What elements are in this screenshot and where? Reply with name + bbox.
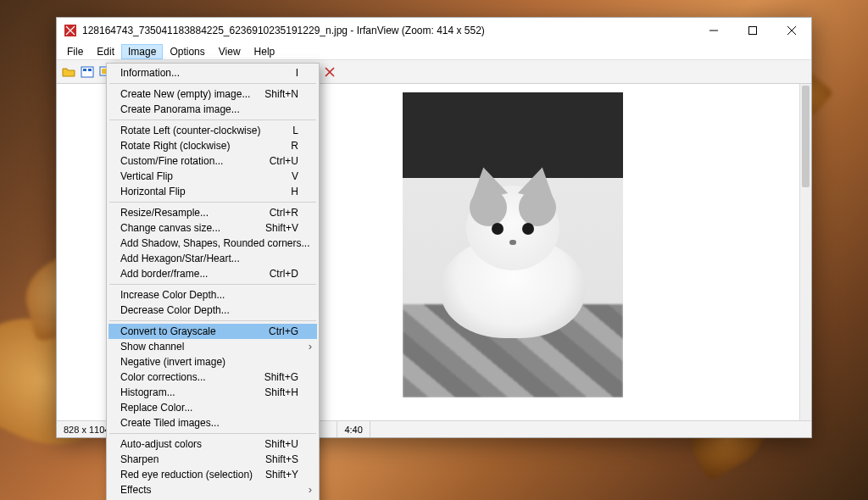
scrollbar-thumb[interactable] [802, 86, 810, 187]
status-time: 4:40 [337, 421, 370, 437]
menu-item-decrease-color-depth[interactable]: Decrease Color Depth... [108, 303, 317, 318]
menubar: FileEditImageOptionsViewHelp [57, 43, 811, 60]
menu-item-label: Resize/Resample... [120, 207, 270, 219]
menu-item-shortcut: Ctrl+R [270, 207, 298, 219]
menu-item-histogram[interactable]: Histogram...Shift+H [108, 385, 317, 400]
menu-item-shortcut: R [291, 140, 298, 152]
menu-item-shortcut: Shift+V [265, 222, 298, 234]
menu-item-replace-color[interactable]: Replace Color... [108, 400, 317, 415]
menu-item-rotate-right-clockwise[interactable]: Rotate Right (clockwise)R [108, 138, 317, 153]
irfanview-icon[interactable] [321, 64, 338, 81]
menu-item-options[interactable]: Options [163, 44, 211, 59]
menu-item-label: Decrease Color Depth... [120, 304, 298, 316]
menu-separator [109, 202, 316, 203]
status-spacer [370, 421, 811, 437]
menu-item-effects[interactable]: Effects [108, 482, 317, 497]
menu-item-shortcut: I [296, 67, 298, 79]
menu-item-view[interactable]: View [212, 44, 248, 59]
displayed-image [403, 92, 623, 397]
menu-item-color-corrections[interactable]: Color corrections...Shift+G [108, 369, 317, 385]
menu-separator [109, 119, 316, 120]
menu-item-label: Color corrections... [120, 371, 264, 383]
menu-item-label: Add border/frame... [120, 268, 270, 280]
menu-item-label: Convert to Grayscale [120, 325, 269, 337]
menu-separator [109, 433, 316, 434]
menu-item-vertical-flip[interactable]: Vertical FlipV [108, 169, 317, 184]
menu-item-label: Create Panorama image... [120, 103, 298, 115]
svg-rect-7 [88, 69, 92, 71]
menu-item-file[interactable]: File [60, 44, 90, 59]
svg-rect-6 [83, 69, 86, 71]
menu-item-label: Sharpen [120, 453, 265, 465]
menu-item-rotate-left-counter-clockwise[interactable]: Rotate Left (counter-clockwise)L [108, 123, 317, 138]
menu-item-create-panorama-image[interactable]: Create Panorama image... [108, 102, 317, 117]
menu-item-label: Vertical Flip [120, 170, 292, 182]
menu-item-sharpen[interactable]: SharpenShift+S [108, 452, 317, 467]
menu-item-label: Histogram... [120, 386, 264, 398]
menu-item-label: Rotate Right (clockwise) [120, 140, 291, 152]
menu-item-negative-invert-image[interactable]: Negative (invert image) [108, 354, 317, 369]
menu-separator [109, 320, 316, 321]
menu-item-edit[interactable]: Edit [90, 44, 121, 59]
menu-item-label: Create Tiled images... [120, 417, 298, 429]
menu-item-change-canvas-size[interactable]: Change canvas size...Shift+V [108, 220, 317, 236]
menu-item-label: Auto-adjust colors [120, 438, 264, 450]
menu-item-create-tiled-images[interactable]: Create Tiled images... [108, 415, 317, 431]
menu-item-help[interactable]: Help [248, 44, 282, 59]
menu-item-show-channel[interactable]: Show channel [108, 339, 317, 354]
menu-item-label: Change canvas size... [120, 222, 265, 234]
menu-item-shortcut: V [292, 170, 298, 182]
open-icon[interactable] [60, 64, 77, 81]
menu-item-shortcut: H [291, 186, 298, 197]
menu-item-label: Negative (invert image) [120, 356, 298, 368]
menu-item-information[interactable]: Information...I [108, 65, 317, 81]
menu-item-increase-color-depth[interactable]: Increase Color Depth... [108, 287, 317, 303]
svg-rect-5 [81, 67, 93, 77]
app-icon [64, 24, 77, 37]
titlebar[interactable]: 128164743_735041183884225_62369102351912… [57, 18, 811, 43]
image-menu-dropdown: Information...ICreate New (empty) image.… [106, 63, 320, 500]
menu-separator [109, 284, 316, 285]
menu-item-add-border-frame[interactable]: Add border/frame...Ctrl+D [108, 266, 317, 281]
menu-item-shortcut: Shift+H [264, 386, 298, 398]
thumbnails-icon[interactable] [79, 64, 96, 81]
menu-item-shortcut: Ctrl+G [269, 325, 298, 337]
svg-rect-2 [749, 27, 757, 35]
menu-item-label: Increase Color Depth... [120, 289, 298, 301]
menu-item-shortcut: Shift+Y [265, 469, 298, 481]
menu-item-auto-adjust-colors[interactable]: Auto-adjust colorsShift+U [108, 436, 317, 452]
maximize-button[interactable] [733, 18, 772, 43]
menu-item-shortcut: Shift+S [265, 453, 298, 465]
menu-item-resize-resample[interactable]: Resize/Resample...Ctrl+R [108, 205, 317, 220]
menu-separator [109, 83, 316, 84]
menu-item-custom-fine-rotation[interactable]: Custom/Fine rotation...Ctrl+U [108, 153, 317, 169]
menu-item-label: Red eye reduction (selection) [120, 469, 265, 481]
menu-item-label: Rotate Left (counter-clockwise) [120, 125, 292, 136]
menu-item-create-new-empty-image[interactable]: Create New (empty) image...Shift+N [108, 86, 317, 102]
menu-item-add-shadow-shapes-rounded-corners[interactable]: Add Shadow, Shapes, Rounded corners... [108, 236, 317, 251]
menu-item-red-eye-reduction-selection[interactable]: Red eye reduction (selection)Shift+Y [108, 467, 317, 482]
menu-item-add-hexagon-star-heart[interactable]: Add Hexagon/Star/Heart... [108, 251, 317, 266]
menu-item-shortcut: Shift+U [264, 438, 298, 450]
menu-item-shortcut: Shift+G [264, 371, 298, 383]
vertical-scrollbar[interactable] [799, 84, 811, 420]
menu-item-shortcut: Ctrl+D [270, 268, 298, 280]
menu-item-label: Show channel [120, 341, 298, 353]
menu-item-shortcut: Ctrl+U [270, 155, 298, 167]
menu-item-label: Add Hexagon/Star/Heart... [120, 253, 298, 264]
menu-item-label: Add Shadow, Shapes, Rounded corners... [120, 237, 309, 249]
menu-item-label: Horizontal Flip [120, 186, 291, 197]
close-button[interactable] [772, 18, 811, 43]
menu-item-shortcut: L [292, 125, 298, 136]
menu-item-label: Information... [120, 67, 296, 79]
menu-item-convert-to-grayscale[interactable]: Convert to GrayscaleCtrl+G [108, 324, 317, 339]
minimize-button[interactable] [694, 18, 733, 43]
menu-item-label: Effects [120, 484, 298, 496]
menu-item-label: Custom/Fine rotation... [120, 155, 270, 167]
menu-item-image[interactable]: Image [121, 44, 163, 59]
menu-item-shortcut: Shift+N [264, 88, 298, 100]
menu-item-horizontal-flip[interactable]: Horizontal FlipH [108, 184, 317, 199]
menu-item-label: Replace Color... [120, 402, 298, 414]
menu-item-label: Create New (empty) image... [120, 88, 264, 100]
window-title: 128164743_735041183884225_62369102351912… [82, 25, 485, 36]
